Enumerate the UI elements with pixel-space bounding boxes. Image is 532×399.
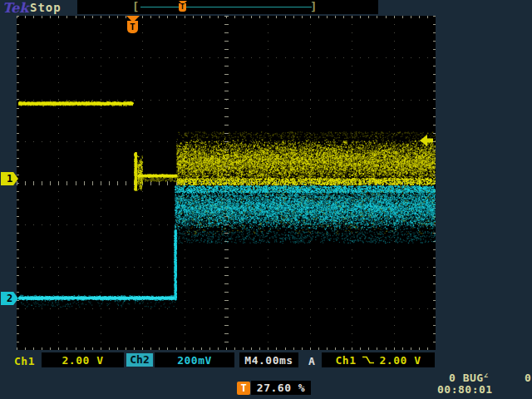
clock-readout: 00:80:01 xyxy=(437,383,493,396)
ch1-scale-readout: 2.00 V xyxy=(42,352,124,367)
ch2-scale-readout: 200mV xyxy=(155,352,234,367)
timebase-prefix: M xyxy=(244,354,251,367)
record-bracket-left: [ xyxy=(132,0,139,14)
trigger-level-arrow-icon xyxy=(420,135,434,146)
timebase-readout: M4.00ms xyxy=(239,352,298,367)
ch1-position-marker: 1 xyxy=(1,172,18,185)
oscilloscope-screen: Tek Stop [ ] T T 1 2 Ch1 2.00 V Ch2 200m… xyxy=(0,0,532,399)
status-counter: 0 xyxy=(525,372,531,384)
status-message: 0 BUG∠ xyxy=(449,372,489,384)
trigger-level-value: 2.00 V xyxy=(380,354,421,367)
trigger-pin-body: T xyxy=(179,3,186,12)
record-bracket-right: ] xyxy=(310,0,317,14)
record-trigger-position-icon: T xyxy=(178,1,187,12)
waveform-display xyxy=(17,16,436,350)
trigger-pin-body: T xyxy=(127,21,138,33)
trigger-position-T-icon: T xyxy=(237,382,250,395)
ch1-label: Ch1 xyxy=(14,355,35,367)
ch2-position-marker: 2 xyxy=(1,292,18,305)
record-line xyxy=(140,7,312,7)
status-message-text: 0 BUG xyxy=(449,372,484,384)
trigger-mode-label: A xyxy=(308,355,315,367)
trigger-position-percent: 27.60 % xyxy=(251,381,311,395)
trigger-source: Ch1 xyxy=(336,354,357,367)
acquisition-status: Stop xyxy=(30,1,62,14)
trigger-position-icon: T xyxy=(126,16,140,33)
status-superscript: ∠ xyxy=(484,372,489,380)
timebase-value: 4.00ms xyxy=(252,354,293,367)
tek-logo: Tek xyxy=(2,0,28,16)
ch2-label-badge: Ch2 xyxy=(126,353,153,367)
falling-edge-icon xyxy=(362,355,375,365)
record-view-bar: [ ] T xyxy=(77,0,378,14)
trigger-readout: Ch1 2.00 V xyxy=(322,352,435,367)
